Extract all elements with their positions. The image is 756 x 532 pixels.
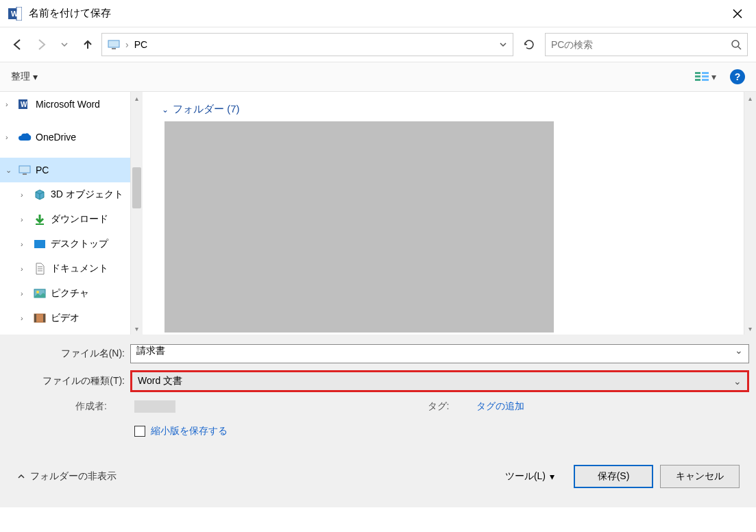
tools-menu[interactable]: ツール(L) ▾ bbox=[505, 470, 554, 483]
chevron-down-icon bbox=[499, 40, 507, 49]
titlebar: W 名前を付けて保存 bbox=[0, 0, 756, 27]
thumbnail-label[interactable]: 縮小版を保存する bbox=[151, 425, 228, 437]
add-tag-button[interactable]: タグの追加 bbox=[476, 400, 524, 413]
view-button[interactable]: ▾ bbox=[695, 71, 716, 83]
tree-label: ピクチャ bbox=[51, 287, 89, 300]
content-placeholder bbox=[164, 121, 554, 332]
refresh-button[interactable] bbox=[517, 33, 541, 56]
pictures-icon bbox=[33, 287, 47, 300]
arrow-up-icon bbox=[81, 38, 95, 51]
tree-item-pc[interactable]: ⌄ PC bbox=[0, 158, 143, 182]
hide-folders-button[interactable]: フォルダーの非表示 bbox=[16, 470, 117, 483]
meta-row: 作成者: タグ: タグの追加 bbox=[7, 400, 749, 413]
chevron-down-icon: ▾ bbox=[33, 71, 38, 82]
folders-group-header[interactable]: ⌄ フォルダー (7) bbox=[143, 92, 756, 121]
toolbar: 整理 ▾ ▾ ? bbox=[0, 62, 756, 92]
author-label: 作成者: bbox=[75, 400, 107, 413]
hide-folders-label: フォルダーの非表示 bbox=[30, 470, 117, 483]
svg-text:W: W bbox=[21, 101, 27, 108]
search-input[interactable] bbox=[551, 39, 731, 50]
scroll-thumb[interactable] bbox=[132, 167, 141, 208]
scroll-down-icon[interactable]: ▾ bbox=[744, 322, 756, 335]
filetype-row: ファイルの種類(T): Word 文書 ⌄ bbox=[7, 370, 749, 392]
thumbnail-checkbox[interactable] bbox=[134, 426, 145, 437]
tree-label: 3D オブジェクト bbox=[51, 189, 123, 201]
tree-label: Microsoft Word bbox=[36, 99, 100, 110]
svg-rect-10 bbox=[702, 75, 709, 77]
word-icon: W bbox=[8, 7, 22, 21]
svg-point-19 bbox=[36, 291, 39, 293]
tree-item-desktop[interactable]: › デスクトップ bbox=[0, 232, 143, 256]
tree-item-pictures[interactable]: › ピクチャ bbox=[0, 281, 143, 306]
folders-header-label: フォルダー (7) bbox=[173, 103, 240, 116]
filetype-label: ファイルの種類(T): bbox=[7, 375, 130, 387]
tree-item-downloads[interactable]: › ダウンロード bbox=[0, 207, 143, 232]
chevron-up-icon bbox=[16, 472, 26, 481]
cancel-label: キャンセル bbox=[676, 470, 724, 483]
breadcrumb-pc[interactable]: PC bbox=[134, 39, 147, 50]
dialog-title: 名前を付けて保存 bbox=[29, 7, 727, 20]
cancel-button[interactable]: キャンセル bbox=[660, 465, 740, 488]
content-scrollbar[interactable]: ▴ ▾ bbox=[744, 92, 756, 335]
desktop-icon bbox=[33, 237, 47, 251]
3d-objects-icon bbox=[33, 188, 47, 202]
chevron-right-icon[interactable]: › bbox=[21, 289, 29, 298]
chevron-down-icon[interactable]: ⌄ bbox=[735, 345, 743, 356]
forward-button[interactable] bbox=[32, 35, 51, 54]
navbar: › PC bbox=[0, 27, 756, 62]
chevron-right-icon[interactable]: › bbox=[21, 215, 29, 223]
scroll-up-icon[interactable]: ▴ bbox=[131, 92, 143, 104]
chevron-right-icon[interactable]: › bbox=[5, 133, 14, 141]
svg-rect-3 bbox=[108, 40, 119, 47]
address-dropdown[interactable] bbox=[499, 40, 507, 49]
tree-label: ドキュメント bbox=[51, 263, 108, 275]
tree-item-documents[interactable]: › ドキュメント bbox=[0, 256, 143, 281]
filetype-value: Word 文書 bbox=[138, 375, 182, 387]
close-button[interactable] bbox=[727, 6, 748, 21]
back-button[interactable] bbox=[8, 35, 27, 54]
scroll-down-icon[interactable]: ▾ bbox=[131, 322, 143, 335]
svg-rect-16 bbox=[36, 223, 44, 225]
up-button[interactable] bbox=[78, 35, 97, 54]
tree-item-onedrive[interactable]: › OneDrive bbox=[0, 125, 143, 149]
downloads-icon bbox=[33, 213, 47, 226]
tree-item-3d-objects[interactable]: › 3D オブジェクト bbox=[0, 182, 143, 207]
filename-input[interactable]: 請求書 ⌄ bbox=[130, 344, 749, 363]
chevron-down-icon: ⌄ bbox=[733, 376, 742, 387]
recent-dropdown[interactable] bbox=[55, 35, 74, 54]
tree-label: デスクトップ bbox=[51, 238, 108, 250]
author-value[interactable] bbox=[134, 400, 175, 413]
filename-value: 請求書 bbox=[136, 345, 165, 356]
thumbnail-row: 縮小版を保存する bbox=[7, 425, 749, 437]
tree-label: ダウンロード bbox=[51, 213, 108, 226]
word-icon: W bbox=[18, 97, 32, 111]
svg-rect-14 bbox=[19, 166, 30, 173]
svg-rect-21 bbox=[34, 314, 36, 322]
filetype-dropdown[interactable]: Word 文書 ⌄ bbox=[130, 370, 749, 392]
save-button[interactable]: 保存(S) bbox=[574, 465, 653, 488]
content-pane: ⌄ フォルダー (7) ▴ ▾ bbox=[143, 92, 756, 335]
chevron-down-icon[interactable]: ⌄ bbox=[5, 166, 14, 175]
tree-item-videos[interactable]: › ビデオ bbox=[0, 306, 143, 330]
filename-row: ファイル名(N): 請求書 ⌄ bbox=[7, 344, 749, 363]
help-button[interactable]: ? bbox=[730, 69, 745, 84]
chevron-right-icon[interactable]: › bbox=[21, 265, 29, 273]
chevron-down-icon bbox=[60, 40, 69, 49]
svg-rect-6 bbox=[695, 72, 700, 74]
search-box[interactable] bbox=[545, 33, 748, 56]
tools-label: ツール(L) bbox=[505, 470, 546, 483]
address-bar[interactable]: › PC bbox=[101, 33, 513, 56]
close-icon bbox=[733, 9, 742, 19]
chevron-right-icon[interactable]: › bbox=[21, 191, 29, 199]
tree-item-word[interactable]: › W Microsoft Word bbox=[0, 92, 143, 117]
chevron-right-icon[interactable]: › bbox=[21, 240, 29, 248]
scroll-up-icon[interactable]: ▴ bbox=[744, 92, 756, 104]
svg-text:W: W bbox=[11, 10, 19, 18]
organize-label: 整理 bbox=[11, 71, 30, 83]
svg-rect-15 bbox=[23, 173, 27, 175]
tree-scrollbar[interactable]: ▴ ▾ bbox=[130, 92, 143, 335]
search-icon[interactable] bbox=[731, 39, 742, 50]
chevron-right-icon[interactable]: › bbox=[5, 100, 14, 108]
organize-menu[interactable]: 整理 ▾ bbox=[11, 71, 38, 83]
chevron-right-icon[interactable]: › bbox=[21, 314, 29, 322]
